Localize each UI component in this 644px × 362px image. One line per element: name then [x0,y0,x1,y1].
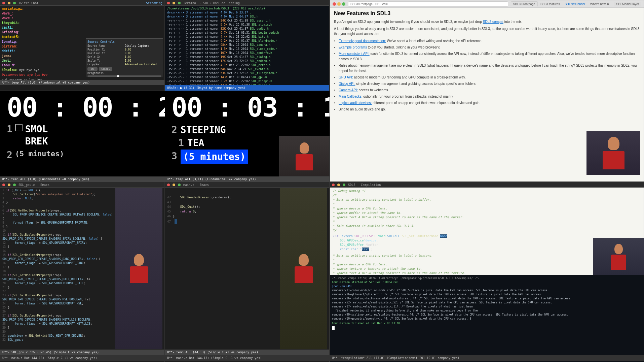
tr-num2: 1 [178,136,184,150]
list-item: Dialog API: simple directory management … [339,81,640,87]
bottom-left-statusbar: U**- main.c Bot (44,13) (Simple C +1 ws … [0,355,164,361]
docs-content: New Features in SDL3 If you've got an SD… [330,8,644,182]
docs-intro2: A lot of things you're already using in … [334,26,640,36]
obs-scale-x: 1.00 [125,56,161,59]
browser-close[interactable] [333,2,336,6]
code-line: 9} [2,225,115,229]
bottom-left-content[interactable]: 1if (_this == NULL) { 2 SDL_SetError("vi… [0,188,164,350]
obs-panel-title: Source Controls [87,40,161,43]
code-line: 10 [2,229,115,233]
term-path: /home/streamer/opt/SDL3/include/SDL3: (2… [167,6,327,10]
code-line: 16 format_flags |= SDL_GPUSHADERFORMAT_D… [2,261,115,265]
list-item: Bind to an audio device and go. [339,107,640,112]
bottom-left-header: SDL_gpu.c — Emacs [0,182,164,188]
code-line: 4} [2,200,115,204]
code-comment: * [333,220,641,224]
obs-label: Scale X: [87,56,124,59]
list-item: wave_: [2,11,163,16]
docs-panel: SDL3/Frontpage - SDL Wiki SDL3 Frontpage… [330,0,644,182]
bottom-mid-header: main.c — Emacs [165,182,329,188]
chat-message [21,35,23,39]
browser-tab[interactable]: SDLMediaPlayer [614,2,641,6]
chat-message [19,44,21,49]
browser-tab[interactable]: SDLNetRender [563,2,587,6]
code-line: 14 [2,249,115,253]
code-line: 13} [2,245,115,249]
chat-message [15,25,17,30]
bottom-mid-content[interactable]: 42 SDL_RenderPresent(renderer); 43 44 SD… [165,188,329,350]
bottom-left-modeline-text: U**- SDL_gpu.c 65% (396,45) (Simple C ws… [2,351,99,354]
obs-cancel-button[interactable]: Cancel [99,67,112,71]
bottom-rows: SDL_gpu.c — Emacs 1if (_this == NULL) { … [0,182,644,362]
webcam-tr-feed [279,136,329,176]
term-line: -rw-r--r-- 1 streamer streamer 143K Oct … [167,75,327,79]
code-line: 46} [167,214,280,219]
obs-control-panel: Source Controls Source Name:Display Capt… [86,38,163,77]
webcam-feed-bm [280,188,327,349]
compile-line: renderer/17-read-pixels/read-pixels.c:11… [332,305,642,309]
code-comment: * \param device a GPU Context. [333,206,641,211]
browser-url-bar[interactable]: SDL3/Frontpage - SDL Wiki [348,1,508,7]
bottom-left-modeline: U**- SDL_gpu.c 65% (396,45) (Simple C ws… [0,350,164,355]
obs-ok-button[interactable]: OK [87,67,98,71]
person-body-dr [611,255,626,270]
compile-cursor [332,326,335,330]
brightness-slider[interactable] [87,75,161,77]
docs-code-view[interactable]: /* Debug Naming */ /* * Sets an arbitrar… [330,188,644,275]
timer-right-overlay: 00 : 03 : 19 2 STEEPING 1 TEA 3 (5 minut… [165,91,330,182]
code-line: 43 [167,200,280,204]
dialog-api-link[interactable]: Dialog API: [339,82,355,86]
main-callbacks-link[interactable]: Main Callbacks: [339,95,363,98]
obs-label: Position X: [87,48,124,51]
tl-status: U**- temp All (1,0) (Fundamental +8 comp… [2,177,89,181]
list-item: Main Callbacks: optionally run your prog… [339,94,640,99]
term-line: -rw-r--r-- 1 streamer streamer 17K Oct 2… [167,59,327,63]
bottom-right-statusbar: U**- *compilation* All (17,0) (Compilati… [330,355,644,361]
compile-line: renderer/10-geometry/geometry.c:44: /* S… [332,317,642,321]
todo-n2: 2 [7,149,12,161]
compile-output-panel[interactable]: -*- mode: compilation; default-directory… [330,275,644,355]
code-line: 30 [2,330,115,334]
browser-max[interactable] [342,2,345,6]
compile-started: Compilation started at Sat Dec 7 00:43:4… [332,281,642,285]
code-line: 18 [2,269,115,273]
code-line: 19if(SDL_GetBooleanProperty(props, SDL_P… [2,273,115,281]
code-line: 25} [2,305,115,309]
timer-left-overlay: 00 : 00 : 27 1 SMOL BREK 2 (5 minutes) U… [0,91,165,182]
terminal-content[interactable]: /home/streamer/opt/SDL3/include/SDL3: (2… [165,6,329,85]
webcam-feed-bl [115,188,162,349]
browser-tab[interactable]: What's new in... [588,2,613,6]
browser-tab[interactable]: SDL3 features [538,2,562,6]
gpu-api-link[interactable]: GPU API: [339,75,353,79]
browser-tab-active[interactable]: SDL3 Frontpage [511,1,538,6]
logical-audio-link[interactable]: Logical audio devices: [339,101,372,105]
tr-num1: 2 [172,123,177,136]
term-line: -rw-r--r-- 1 streamer streamer 82K Oct 2… [167,27,327,31]
code-line: 8 format_flags |= SDL_GPUSHADERFORMAT_PR… [2,221,115,225]
chat-username: marialuigi: [2,6,24,11]
browser-url: SDL3/Frontpage - SDL Wiki [350,2,388,6]
browser-min[interactable] [337,2,341,6]
list-item: marialuigi: [2,6,163,11]
list-item: theyabit: [2,21,163,25]
code-line: 12 format_flags |= SDL_GPUSHADERFORMAT_S… [2,241,115,245]
code-line: 20 format_flags |= SDL_GPUSHADERFORMAT_D… [2,281,115,285]
file-panel-header: Terminal - SDL3 include listing [165,0,329,6]
chat-username: ddciti: [2,49,16,54]
tr-text2: TEA [187,136,204,150]
docs-link[interactable]: Example programs [339,45,367,49]
code-line: 23if(SDL_GetBooleanProperty(props, SDL_P… [2,293,115,301]
code-line: 27if(SDL_GetBooleanProperty(props, SDL_P… [2,314,115,322]
docs-link[interactable]: More consistent API: [339,52,370,56]
list-item: Example programs to get you started. (li… [339,45,640,50]
camera-api-link[interactable]: Camera API: [339,88,358,92]
term-line: -rw-r--r-- 1 streamer streamer 64K Nov 2… [167,67,327,71]
person-body-bm [295,266,313,283]
list-item: cactL: [2,25,163,30]
list-item: end message as loading [2,77,163,80]
term-line: -rw-r--r-- 1 streamer streamer 9.5K Oct … [167,23,327,27]
docs-link[interactable]: Extremely good documentation: [339,39,386,43]
code-line: 31gpudriver = SDL_GetHint(SDL_HINT_GPU_D… [2,334,115,338]
terminal-title: Terminal - SDL3 include listing [183,1,240,5]
sdl2compat-link[interactable]: SDL2-compat [483,20,503,24]
